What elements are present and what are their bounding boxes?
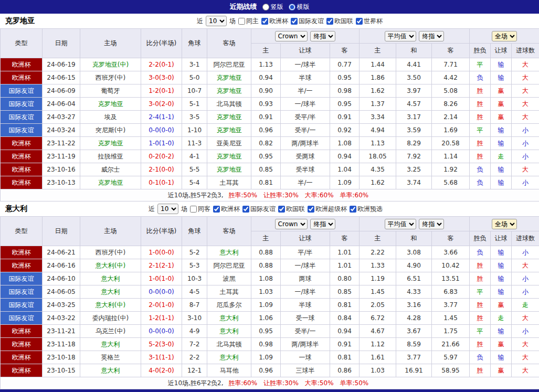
- home-team: 克罗地亚(中): [80, 58, 141, 71]
- corner-score: 5-5: [182, 163, 207, 176]
- same-venue-checkbox[interactable]: 同主: [238, 17, 259, 26]
- summary-stat: 胜率:60%: [228, 379, 257, 387]
- avg-odds-home: 1.44: [360, 58, 396, 71]
- col-header-result-wdl: 胜负: [470, 44, 491, 58]
- final-index-select[interactable]: 终指: [310, 31, 335, 41]
- league-checkbox[interactable]: 欧国联: [326, 17, 353, 26]
- score: 3-0(2-0): [141, 98, 182, 111]
- average-select[interactable]: 平均值: [385, 31, 416, 41]
- league-checkbox[interactable]: 国际友谊: [291, 17, 324, 26]
- layout-option-vertical[interactable]: 竖版: [262, 3, 283, 12]
- same-venue-checkbox[interactable]: 同客: [190, 205, 210, 214]
- league-checkbox[interactable]: 欧洲预选: [350, 205, 383, 214]
- match-count-select[interactable]: 10: [157, 204, 178, 214]
- match-row: 欧洲杯 24-06-21 西班牙(中) 1-0(0-0) 5-2 意大利 0.8…: [1, 246, 539, 259]
- away-team: 土耳其: [207, 176, 251, 189]
- match-date: 24-06-16: [43, 259, 80, 272]
- league-checkbox-label: 欧国联: [334, 17, 353, 26]
- avg-odds-home: 1.45: [360, 285, 396, 299]
- away-team: 意大利: [207, 351, 251, 364]
- match-row: 国际友谊 24-06-09 葡萄牙 1-2(0-1) 10-7 克罗地亚 0.9…: [1, 84, 539, 98]
- corner-score: 4-9: [182, 325, 207, 338]
- corner-score: 4-1: [182, 150, 207, 163]
- same-venue-input[interactable]: [190, 206, 197, 213]
- handicap-odds-away: 0.86: [330, 364, 360, 377]
- avg-odds-draw: 3.74: [396, 176, 432, 189]
- results-body: 欧洲杯 24-06-21 西班牙(中) 1-0(0-0) 5-2 意大利 0.8…: [1, 246, 539, 377]
- league-checkbox[interactable]: 世界杯: [356, 17, 383, 26]
- match-count-select[interactable]: 10: [206, 16, 227, 26]
- league-filters: 欧洲杯国际友谊欧国联世界杯: [261, 17, 383, 26]
- handicap-line: 一/球半: [281, 285, 330, 299]
- league-checkbox[interactable]: 欧国联: [278, 205, 305, 214]
- handicap-odds-home: 0.95: [251, 325, 281, 338]
- col-header-odds-handicap: 让球: [281, 44, 330, 58]
- league-checkbox-input[interactable]: [350, 206, 356, 213]
- league-checkbox-input[interactable]: [356, 18, 363, 25]
- handicap-line: 半球: [281, 71, 330, 84]
- layout-option-horizontal[interactable]: 横版: [289, 3, 310, 12]
- league-checkbox-input[interactable]: [242, 206, 249, 213]
- handicap-line: 受两球: [281, 150, 330, 163]
- league-checkbox-input[interactable]: [278, 206, 285, 213]
- col-header-result-goals: 进球数: [512, 44, 539, 58]
- horizontal-radio[interactable]: [289, 4, 295, 10]
- average-header: 平均值 终指: [360, 217, 470, 231]
- final-index-select-2[interactable]: 终指: [419, 219, 444, 229]
- corner-score: 1-10: [182, 124, 207, 137]
- avg-odds-home: 6.72: [360, 312, 396, 325]
- league-checkbox[interactable]: 欧洲超级杯: [308, 205, 347, 214]
- average-select[interactable]: 平均值: [385, 219, 416, 229]
- result-goals: 大: [512, 84, 539, 98]
- league-checkbox[interactable]: 国际友谊: [242, 205, 276, 214]
- avg-odds-away: 1.92: [432, 163, 470, 176]
- handicap-odds-home: 0.85: [251, 163, 281, 176]
- avg-odds-away: 13.51: [432, 272, 470, 285]
- avg-odds-away: 58.95: [432, 364, 470, 377]
- handicap-odds-away: 0.92: [330, 124, 360, 137]
- league-checkbox-input[interactable]: [291, 18, 298, 25]
- away-team: 意大利: [207, 312, 251, 325]
- col-header-corner: 角球: [182, 29, 207, 58]
- same-venue-input[interactable]: [238, 18, 245, 25]
- handicap-odds-home: 0.90: [251, 84, 281, 98]
- match-type: 国际友谊: [1, 272, 43, 285]
- handicap-line: 受半球: [281, 163, 330, 176]
- summary-stat: 让胜率:30%: [263, 192, 299, 199]
- league-checkbox-input[interactable]: [213, 206, 220, 213]
- team-section: 克罗地亚 近 10 场 同主 欧洲杯国际友谊欧国联世界杯 类型 日期 主场 比分…: [0, 14, 539, 202]
- league-checkbox-input[interactable]: [261, 18, 268, 25]
- avg-odds-draw: 4.90: [396, 259, 432, 272]
- match-date: 23-11-19: [43, 150, 80, 163]
- match-row: 国际友谊 24-06-05 意大利 0-0(0-0) 4-5 土耳其 1.03 …: [1, 285, 539, 299]
- vertical-radio[interactable]: [262, 4, 269, 10]
- full-match-select[interactable]: 全场: [492, 31, 517, 41]
- handicap-odds-home: 0.98: [251, 338, 281, 351]
- bookmaker-select[interactable]: Crown: [275, 31, 308, 41]
- result-goals: 大: [512, 163, 539, 176]
- league-checkbox-input[interactable]: [326, 18, 333, 25]
- bookmaker-select[interactable]: Crown: [275, 219, 308, 229]
- league-checkbox-label: 世界杯: [364, 17, 383, 26]
- match-type: 欧洲杯: [1, 246, 43, 259]
- match-row: 欧洲杯 23-11-19 拉脱维亚 0-2(0-2) 4-1 克罗地亚 0.95…: [1, 150, 539, 163]
- full-match-select[interactable]: 全场: [492, 219, 517, 229]
- result-goals: 大: [512, 338, 539, 351]
- section-header: 意大利 近 10 场 同客 欧洲杯国际友谊欧国联欧洲超级杯欧洲预选: [0, 202, 539, 216]
- match-type: 欧洲杯: [1, 364, 43, 377]
- result-wdl: 胜: [470, 137, 491, 150]
- match-date: 23-11-21: [43, 325, 80, 338]
- final-index-select[interactable]: 终指: [310, 219, 335, 229]
- handicap-odds-home: 1.03: [251, 285, 281, 299]
- final-index-select-2[interactable]: 终指: [419, 31, 444, 41]
- league-checkbox-input[interactable]: [308, 206, 314, 213]
- corner-score: 5-3: [182, 259, 207, 272]
- handicap-odds-home: 1.09: [251, 351, 281, 364]
- avg-odds-home: 2.22: [360, 246, 396, 259]
- league-checkbox[interactable]: 欧洲杯: [213, 205, 240, 214]
- away-team: 意大利: [207, 246, 251, 259]
- match-date: 23-10-16: [43, 163, 80, 176]
- corner-score: 5-4: [182, 176, 207, 189]
- result-goals: 小: [512, 325, 539, 338]
- league-checkbox[interactable]: 欧洲杯: [261, 17, 288, 26]
